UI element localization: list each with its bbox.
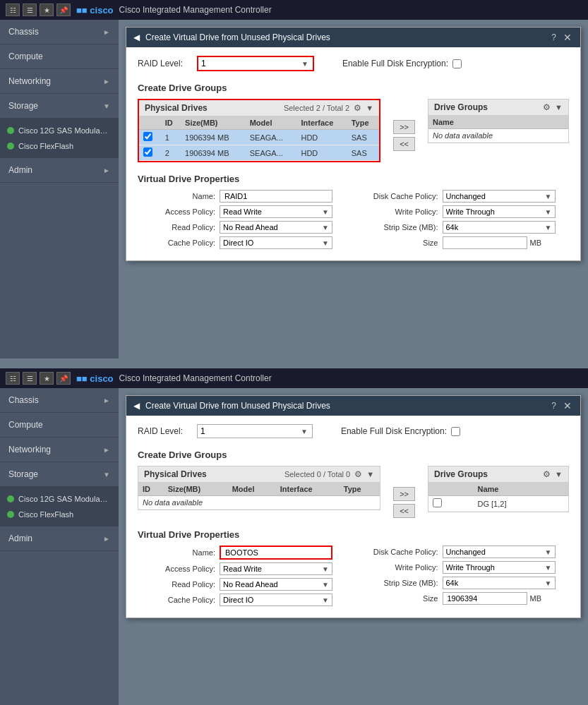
disk-cache-select-2[interactable]: Unchanged Enable <box>443 546 542 558</box>
admin-arrow-2: ► <box>103 535 110 543</box>
prop-write-row-2: Write Policy: Write Through Write Back ▼ <box>361 561 570 574</box>
col-check <box>139 116 161 130</box>
prop-read-row-2: Read Policy: No Read Ahead Read Ahead ▼ <box>138 578 347 591</box>
sas-status-dot-2 <box>7 495 14 502</box>
sidebar-item-sas-raid[interactable]: Cisco 12G SAS Modular Raid... <box>0 123 119 138</box>
write-select[interactable]: Write Through Write Back Always Write Ba… <box>443 206 542 217</box>
size-input[interactable] <box>443 236 527 249</box>
strip-select-wrap-2: 64k 128k ▼ <box>443 577 556 589</box>
write-select-wrap-2: Write Through Write Back ▼ <box>443 561 556 574</box>
access-select-2[interactable]: Read Write Read Only <box>220 563 319 574</box>
write-select-2[interactable]: Write Through Write Back <box>443 562 542 573</box>
table-row[interactable]: DG [1,2] <box>428 496 568 512</box>
create-drive-groups-title-2: Create Drive Groups <box>138 450 569 460</box>
modal-container-2: ◀ Create Virtual Drive from Unused Physi… <box>119 388 588 705</box>
dg-panel-header-1: Drive Groups ⚙ ▼ <box>428 100 568 116</box>
row1-checkbox[interactable] <box>143 132 152 141</box>
disk-cache-arrow-2: ▼ <box>542 547 555 558</box>
sidebar2-item-admin[interactable]: Admin ► <box>0 526 119 551</box>
dg-row1-checkbox[interactable] <box>433 498 442 507</box>
star-icon-2[interactable]: ★ <box>40 372 54 385</box>
sidebar2-item-chassis[interactable]: Chassis ► <box>0 388 119 413</box>
row2-type: SAS <box>347 145 379 161</box>
modal-header-2: ◀ Create Virtual Drive from Unused Physi… <box>126 396 580 416</box>
pin-icon-2[interactable]: 📌 <box>56 372 71 385</box>
write-label: Write Policy: <box>361 207 438 216</box>
storage-arrow: ▼ <box>103 102 110 110</box>
access-select[interactable]: Read Write Read Only Blocked <box>220 206 319 217</box>
sidebar-item-storage[interactable]: Storage ▼ <box>0 94 119 119</box>
disk-cache-label-2: Disk Cache Policy: <box>361 548 438 556</box>
drives-table-1: ID Size(MB) Model Interface Type <box>139 116 379 161</box>
pin-icon[interactable]: 📌 <box>56 4 71 16</box>
storage-arrow-2: ▼ <box>103 471 110 478</box>
flexflash-status-dot <box>7 143 14 150</box>
prop-size-row-2: Size MB <box>361 592 570 605</box>
row2-model: SEAGA... <box>246 145 297 161</box>
sidebar2-item-networking[interactable]: Networking ► <box>0 438 119 462</box>
strip-select[interactable]: 64k 128k 256k <box>443 222 542 233</box>
name-input[interactable] <box>220 190 332 203</box>
modal-header-right: ? ✕ <box>550 32 573 43</box>
back-button-1[interactable]: << <box>393 137 415 151</box>
raid-select[interactable]: 1 0 5 6 10 <box>198 57 297 70</box>
modal-title-1: Create Virtual Drive from Unused Physica… <box>145 32 550 42</box>
networking-arrow: ► <box>103 78 110 85</box>
drive-groups-title-1: Drive Groups <box>434 102 488 112</box>
phys-panel-header-2: Physical Drives Selected 0 / Total 0 ⚙ ▼ <box>138 466 380 483</box>
forward-button-1[interactable]: >> <box>393 120 415 134</box>
grid-icon[interactable]: ☷ <box>6 4 20 16</box>
sidebar2-item-sas-raid[interactable]: Cisco 12G SAS Modular Raid... <box>0 491 119 507</box>
modal-help-button-2[interactable]: ? <box>550 401 558 411</box>
table-row[interactable]: 2 1906394 MB SEAGA... HDD SAS <box>139 145 379 161</box>
sidebar2-item-flexflash[interactable]: Cisco FlexFlash <box>0 507 119 522</box>
size-input-2[interactable] <box>443 592 527 605</box>
arrow-buttons-2: >> << <box>389 487 419 518</box>
modal-help-button[interactable]: ? <box>550 32 558 42</box>
cache-select[interactable]: Direct IO Cached IO <box>220 237 319 248</box>
modal-close-button-2[interactable]: ✕ <box>562 400 573 411</box>
name-input-2[interactable] <box>220 546 332 560</box>
strip-select-2[interactable]: 64k 128k <box>443 577 542 589</box>
raid-select-2[interactable]: 1 0 5 <box>198 425 296 438</box>
read-select[interactable]: No Read Ahead Read Ahead Adaptive <box>220 222 319 233</box>
sidebar2-item-storage[interactable]: Storage ▼ <box>0 462 119 487</box>
star-icon[interactable]: ★ <box>40 4 54 16</box>
write-label-2: Write Policy: <box>361 563 438 572</box>
disk-cache-select[interactable]: Unchanged Enable Disable <box>443 191 542 202</box>
modal-header-1: ◀ Create Virtual Drive from Unused Physi… <box>126 28 580 47</box>
grid-icon-2[interactable]: ☷ <box>6 372 20 385</box>
sidebar-item-flexflash[interactable]: Cisco FlexFlash <box>0 138 119 154</box>
sidebar-item-networking[interactable]: Networking ► <box>0 69 119 94</box>
list-icon[interactable]: ☰ <box>23 4 37 16</box>
sidebar-item-admin[interactable]: Admin ► <box>0 158 119 183</box>
raid-level-row: RAID Level: 1 0 5 6 10 ▼ <box>138 56 569 71</box>
encryption-checkbox-2[interactable] <box>451 427 460 436</box>
sas-status-dot <box>7 127 14 134</box>
cache-select-2[interactable]: Direct IO Cached IO <box>220 594 319 605</box>
encryption-checkbox[interactable] <box>452 59 462 68</box>
back-button-2[interactable]: << <box>393 504 415 518</box>
row2-checkbox[interactable] <box>143 147 152 157</box>
modal-back-icon[interactable]: ◀ <box>133 32 140 42</box>
dg-gear-icon-2[interactable]: ⚙ <box>543 469 551 479</box>
size-row: MB <box>443 236 542 249</box>
list-icon-2[interactable]: ☰ <box>23 372 37 385</box>
write-arrow: ▼ <box>542 207 555 217</box>
phys-gear-icon-2[interactable]: ⚙ <box>354 469 362 479</box>
modal-back-icon-2[interactable]: ◀ <box>133 401 140 411</box>
sidebar-item-chassis[interactable]: Chassis ► <box>0 20 119 44</box>
read-select-2[interactable]: No Read Ahead Read Ahead <box>220 579 319 590</box>
no-data-label-2: No data available <box>138 496 380 510</box>
spacer <box>0 358 588 368</box>
sidebar: Chassis ► Compute Networking ► Storage ▼… <box>0 20 119 358</box>
phys-gear-icon-1[interactable]: ⚙ <box>354 103 361 113</box>
dg-gear-icon-1[interactable]: ⚙ <box>543 102 551 112</box>
vd-properties-1: Virtual Drive Properties Name: Access Po… <box>138 174 569 252</box>
modal-close-button[interactable]: ✕ <box>562 32 573 43</box>
table-row[interactable]: 1 1906394 MB SEAGA... HDD SAS <box>139 130 379 145</box>
modal-container-1: ◀ Create Virtual Drive from Unused Physi… <box>119 20 588 358</box>
forward-button-2[interactable]: >> <box>393 487 415 501</box>
sidebar-item-compute[interactable]: Compute <box>0 44 119 69</box>
sidebar2-item-compute[interactable]: Compute <box>0 413 119 438</box>
